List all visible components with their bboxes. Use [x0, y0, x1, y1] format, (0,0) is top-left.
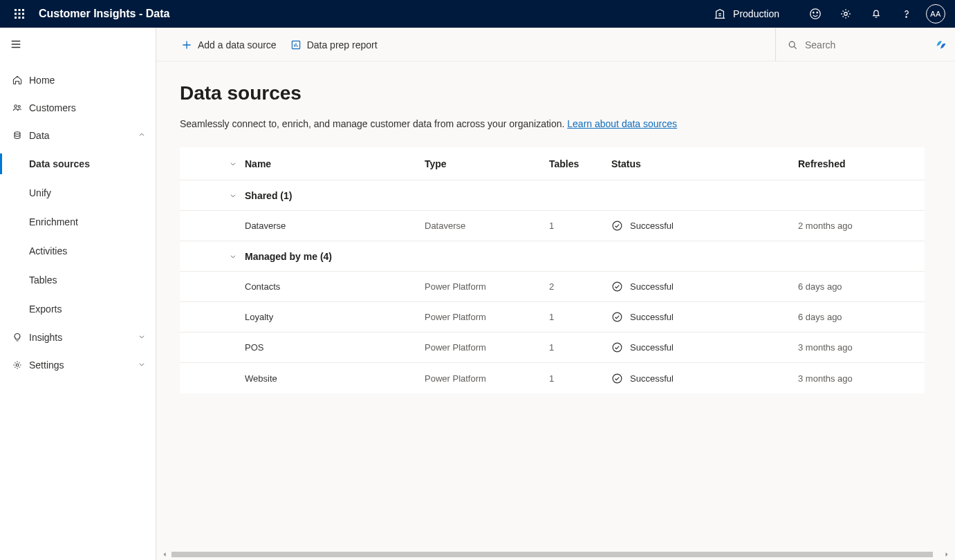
nav-sub-label: Enrichment: [29, 216, 78, 227]
chevron-down-icon[interactable]: [221, 252, 245, 261]
horizontal-scrollbar[interactable]: [156, 549, 955, 560]
plus-icon: [181, 39, 192, 50]
nav-collapse-button[interactable]: [0, 28, 156, 61]
nav-label: Home: [29, 75, 55, 86]
scroll-track[interactable]: [171, 550, 940, 559]
nav-sub-tables[interactable]: Tables: [0, 265, 156, 295]
svg-point-19: [789, 41, 795, 47]
settings-button[interactable]: [831, 0, 861, 28]
scroll-thumb[interactable]: [171, 552, 933, 557]
row-name: Loyalty: [245, 312, 425, 322]
chevron-down-icon[interactable]: [221, 192, 245, 200]
row-refreshed: 6 days ago: [798, 281, 902, 292]
nav-item-insights[interactable]: Insights: [0, 324, 156, 351]
nav-sub-data-sources[interactable]: Data sources: [0, 149, 156, 178]
table-row[interactable]: Dataverse Dataverse 1 Successful 2 month…: [180, 211, 925, 241]
row-refreshed: 3 months ago: [798, 342, 902, 353]
bell-icon: [870, 8, 882, 20]
svg-rect-5: [22, 13, 24, 15]
nav-sub-unify[interactable]: Unify: [0, 178, 156, 207]
nav-sub-exports[interactable]: Exports: [0, 295, 156, 324]
scroll-left-icon[interactable]: [160, 550, 169, 559]
row-type: Power Platform: [425, 342, 549, 353]
row-tables: 1: [549, 312, 611, 322]
svg-rect-3: [15, 13, 17, 15]
row-status: Successful: [611, 342, 798, 353]
nav-sub-label: Data sources: [29, 158, 90, 169]
nav-item-data[interactable]: Data: [0, 122, 156, 149]
nav-sub-enrichment[interactable]: Enrichment: [0, 207, 156, 236]
data-prep-report-button[interactable]: Data prep report: [285, 28, 383, 61]
svg-rect-0: [15, 9, 17, 11]
nav-item-settings[interactable]: Settings: [0, 351, 156, 379]
col-refreshed[interactable]: Refreshed: [798, 158, 902, 169]
col-tables[interactable]: Tables: [549, 158, 611, 169]
feedback-button[interactable]: [800, 0, 831, 28]
row-type: Power Platform: [425, 281, 549, 292]
status-text: Successful: [630, 342, 674, 353]
table-row[interactable]: Loyalty Power Platform 1 Successful 6 da…: [180, 302, 925, 333]
copilot-button[interactable]: [927, 28, 955, 62]
svg-point-10: [813, 12, 814, 12]
lightbulb-icon: [10, 332, 25, 343]
notifications-button[interactable]: [861, 0, 891, 28]
people-icon: [10, 102, 25, 113]
smiley-icon: [809, 8, 822, 20]
row-refreshed: 2 months ago: [798, 221, 902, 231]
svg-rect-1: [19, 9, 21, 11]
search-input[interactable]: [804, 39, 900, 51]
col-status[interactable]: Status: [611, 158, 798, 169]
table-row[interactable]: Contacts Power Platform 2 Successful 6 d…: [180, 272, 925, 302]
search-box[interactable]: [775, 28, 927, 61]
row-tables: 2: [549, 281, 611, 292]
data-sources-table: Name Type Tables Status Refreshed Shared…: [180, 147, 925, 393]
status-text: Successful: [630, 281, 674, 292]
nav-label: Data: [29, 130, 50, 141]
svg-rect-2: [22, 9, 24, 11]
add-data-source-button[interactable]: Add a data source: [176, 28, 282, 61]
learn-link[interactable]: Learn about data sources: [567, 118, 677, 129]
sort-button[interactable]: [221, 160, 245, 168]
group-label: Managed by me (4): [245, 251, 425, 262]
row-refreshed: 6 days ago: [798, 312, 902, 322]
svg-point-22: [613, 312, 622, 321]
group-header[interactable]: Managed by me (4): [180, 241, 925, 272]
table-row[interactable]: POS Power Platform 1 Successful 3 months…: [180, 333, 925, 363]
nav-item-home[interactable]: Home: [0, 66, 156, 94]
building-icon: [714, 8, 726, 20]
help-button[interactable]: [891, 0, 922, 28]
environment-picker[interactable]: Production: [714, 8, 779, 20]
cmd-label: Add a data source: [198, 39, 277, 50]
nav-item-customers[interactable]: Customers: [0, 94, 156, 122]
table-row[interactable]: Website Power Platform 1 Successful 3 mo…: [180, 363, 925, 393]
chart-icon: [290, 39, 302, 50]
group-header[interactable]: Shared (1): [180, 180, 925, 211]
chevron-up-icon: [138, 130, 146, 141]
row-status: Successful: [611, 220, 798, 232]
row-name: Website: [245, 373, 425, 384]
page-title: Data sources: [180, 82, 925, 104]
row-type: Power Platform: [425, 373, 549, 384]
app-launcher-button[interactable]: [6, 0, 33, 28]
table-header: Name Type Tables Status Refreshed: [180, 147, 925, 180]
svg-rect-6: [15, 17, 17, 19]
copilot-icon: [934, 37, 949, 53]
nav-sub-label: Unify: [29, 187, 51, 198]
nav-sub-label: Activities: [29, 245, 67, 256]
row-tables: 1: [549, 221, 611, 231]
chevron-down-icon: [138, 332, 146, 343]
scroll-right-icon[interactable]: [943, 550, 951, 559]
col-type[interactable]: Type: [425, 158, 549, 169]
user-avatar[interactable]: AA: [926, 4, 945, 24]
svg-rect-7: [19, 17, 21, 19]
gear-icon: [840, 8, 852, 20]
col-name[interactable]: Name: [245, 158, 425, 169]
check-circle-icon: [611, 281, 623, 292]
check-circle-icon: [611, 220, 623, 232]
status-text: Successful: [630, 373, 674, 384]
nav-sub-activities[interactable]: Activities: [0, 236, 156, 265]
gear-icon: [10, 360, 25, 371]
chevron-down-icon: [138, 360, 146, 371]
svg-point-16: [15, 132, 20, 134]
svg-rect-4: [19, 13, 21, 15]
